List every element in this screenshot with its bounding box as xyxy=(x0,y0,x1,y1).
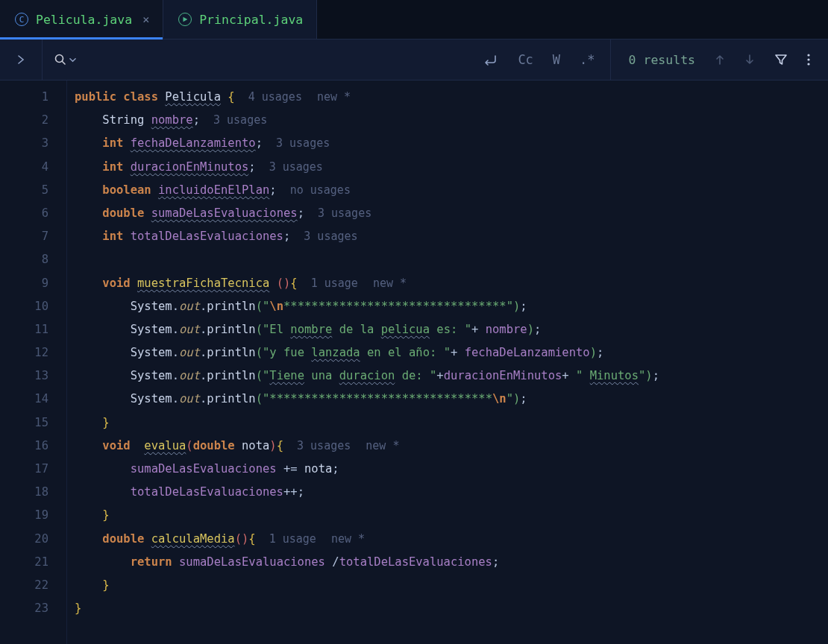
match-case-toggle[interactable]: Cc xyxy=(518,52,533,67)
inlay-hint[interactable]: 1 usage xyxy=(256,532,316,546)
code-line[interactable]: System.out.println("y fue lanzada en el … xyxy=(75,341,828,364)
code-line[interactable]: System.out.println("********************… xyxy=(75,388,828,411)
code-line[interactable]: int totalDeLasEvaluaciones;3 usages xyxy=(75,225,828,248)
inlay-hint[interactable]: 1 usage xyxy=(298,277,358,290)
inlay-hint[interactable]: new * xyxy=(302,90,351,104)
line-number: 17 xyxy=(0,458,48,481)
line-number: 7 xyxy=(0,225,48,248)
search-toolbar: Cc W .* 0 results xyxy=(0,40,828,80)
tab-pelicula[interactable]: C Pelicula.java ✕ xyxy=(0,0,163,39)
code-line[interactable]: return sumaDeLasEvaluaciones /totalDeLas… xyxy=(75,551,828,574)
code-line[interactable]: } xyxy=(75,504,828,527)
search-results-area: 0 results xyxy=(611,40,828,80)
search-icon[interactable] xyxy=(43,53,87,66)
inlay-hint[interactable]: 4 usages xyxy=(235,90,302,104)
line-number: 12 xyxy=(0,341,48,364)
line-number: 20 xyxy=(0,528,48,551)
code-line[interactable]: } xyxy=(75,574,828,597)
svg-point-3 xyxy=(807,63,809,65)
search-options: Cc W .* xyxy=(467,40,610,80)
close-icon[interactable]: ✕ xyxy=(142,14,149,25)
next-match-button[interactable] xyxy=(744,54,755,66)
svg-point-2 xyxy=(807,58,809,60)
line-number: 1 xyxy=(0,86,48,109)
line-number: 11 xyxy=(0,318,48,341)
code-line[interactable]: } xyxy=(75,597,828,620)
line-number: 21 xyxy=(0,551,48,574)
code-line[interactable]: String nombre;3 usages xyxy=(75,109,828,132)
editor-tabs: C Pelicula.java ✕ Principal.java xyxy=(0,0,828,40)
inlay-hint[interactable]: 3 usages xyxy=(304,206,371,220)
prev-match-button[interactable] xyxy=(715,54,725,66)
whole-word-toggle[interactable]: W xyxy=(553,52,560,67)
svg-point-1 xyxy=(807,54,809,56)
code-line[interactable]: sumaDeLasEvaluaciones += nota; xyxy=(75,458,828,481)
code-line[interactable]: int fechaDeLanzamiento;3 usages xyxy=(75,132,828,155)
line-number: 4 xyxy=(0,156,48,179)
code-line[interactable]: System.out.println("\n******************… xyxy=(75,295,828,318)
more-options-icon[interactable] xyxy=(807,53,810,66)
run-class-icon xyxy=(178,13,192,26)
line-number: 23 xyxy=(0,597,48,620)
code-editor[interactable]: 1234567891011121314151617181920212223 pu… xyxy=(0,80,828,644)
code-area[interactable]: public class Pelicula {4 usagesnew * Str… xyxy=(67,80,828,644)
newline-toggle[interactable] xyxy=(482,54,498,66)
filter-icon[interactable] xyxy=(774,53,788,66)
line-number: 16 xyxy=(0,435,48,458)
inlay-hint[interactable]: no usages xyxy=(277,183,351,197)
line-number: 19 xyxy=(0,504,48,527)
line-number: 22 xyxy=(0,574,48,597)
search-input[interactable] xyxy=(87,40,467,80)
inlay-hint[interactable]: 3 usages xyxy=(256,160,323,174)
code-line[interactable]: System.out.println("El nombre de la peli… xyxy=(75,318,828,341)
inlay-hint[interactable]: 3 usages xyxy=(283,439,351,452)
collapse-toggle[interactable] xyxy=(0,40,43,80)
code-line[interactable]: int duracionEnMinutos;3 usages xyxy=(75,156,828,179)
inlay-hint[interactable]: new * xyxy=(351,439,399,452)
code-line[interactable]: System.out.println("Tiene una duracion d… xyxy=(75,364,828,388)
inlay-hint[interactable]: 3 usages xyxy=(200,113,267,127)
line-number: 3 xyxy=(0,132,48,155)
regex-toggle[interactable]: .* xyxy=(580,52,595,67)
line-number: 15 xyxy=(0,411,48,435)
line-number: 2 xyxy=(0,109,48,132)
code-line[interactable]: public class Pelicula {4 usagesnew * xyxy=(75,86,828,109)
inlay-hint[interactable]: 3 usages xyxy=(290,230,357,243)
code-line[interactable]: void muestraFichaTecnica (){1 usagenew * xyxy=(75,272,828,295)
results-count: 0 results xyxy=(629,53,695,67)
line-number: 9 xyxy=(0,272,48,295)
tab-label: Pelicula.java xyxy=(36,13,132,27)
line-number: 6 xyxy=(0,202,48,225)
tab-principal[interactable]: Principal.java xyxy=(163,0,317,39)
line-gutter: 1234567891011121314151617181920212223 xyxy=(0,80,67,644)
inlay-hint[interactable]: 3 usages xyxy=(263,136,330,150)
code-line[interactable]: void evalua(double nota){3 usagesnew * xyxy=(75,435,828,458)
tab-label: Principal.java xyxy=(199,13,303,27)
code-line[interactable]: totalDeLasEvaluaciones++; xyxy=(75,481,828,504)
line-number: 10 xyxy=(0,295,48,318)
line-number: 8 xyxy=(0,248,48,271)
inlay-hint[interactable]: new * xyxy=(358,277,407,290)
line-number: 18 xyxy=(0,481,48,504)
code-line[interactable]: double sumaDeLasEvaluaciones;3 usages xyxy=(75,202,828,225)
inlay-hint[interactable]: new * xyxy=(316,532,365,546)
code-line[interactable]: double calculaMedia(){1 usagenew * xyxy=(75,528,828,551)
code-line[interactable] xyxy=(75,248,828,271)
code-line[interactable]: boolean incluidoEnElPlan;no usages xyxy=(75,179,828,202)
line-number: 5 xyxy=(0,179,48,202)
code-line[interactable]: } xyxy=(75,411,828,435)
line-number: 13 xyxy=(0,364,48,388)
class-icon: C xyxy=(15,13,28,26)
line-number: 14 xyxy=(0,388,48,411)
